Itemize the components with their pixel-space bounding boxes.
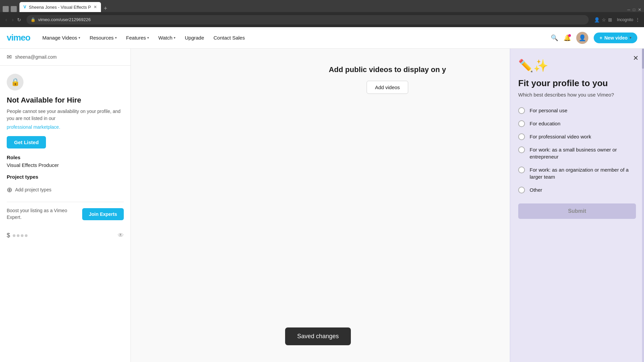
radio-button[interactable]	[518, 187, 525, 193]
project-types-label: Project types	[7, 174, 124, 180]
browser-tab-icon2	[11, 6, 17, 12]
overlay-close-button[interactable]: ✕	[633, 54, 639, 62]
chevron-down-icon: ▾	[78, 36, 80, 40]
browser-actions: 👤 ☆ ⊞ Incognito ⋮	[594, 17, 640, 22]
new-video-button[interactable]: + New video ▾	[594, 33, 637, 43]
lock-icon: 🔒	[31, 17, 36, 22]
browser-control-maximize[interactable]: □	[633, 7, 635, 12]
option-label: Other	[530, 186, 542, 193]
eye-icon[interactable]: 👁	[118, 232, 124, 239]
plus-icon: +	[600, 35, 602, 41]
overlay-title: Fit your profile to you	[518, 78, 636, 88]
email-text: sheena@gmail.com	[15, 54, 57, 60]
notifications-button[interactable]: 🔔	[564, 34, 571, 42]
left-panel: ✉ sheena@gmail.com 🔒 Not Available for H…	[0, 49, 131, 362]
search-button[interactable]: 🔍	[551, 34, 558, 42]
add-videos-button[interactable]: Add videos	[367, 81, 408, 94]
nav-item-contact-sales[interactable]: Contact Sales	[210, 32, 249, 43]
hidden-value-dots	[13, 234, 28, 237]
add-circle-icon: ⊕	[7, 186, 12, 194]
chevron-down-icon: ▾	[147, 36, 149, 40]
browser-control-minimize[interactable]: ─	[627, 7, 630, 12]
magic-wand-icon: ✏️✨	[518, 59, 636, 73]
boost-row: Boost your listing as a Vimeo Expert. Jo…	[7, 207, 124, 221]
forward-button[interactable]: ›	[10, 16, 15, 23]
incognito-label: Incognito	[617, 17, 633, 22]
nav-item-resources[interactable]: Resources ▾	[86, 32, 121, 43]
project-types-section: Project types ⊕ Add project types	[7, 174, 124, 196]
option-education[interactable]: For education	[518, 120, 636, 127]
notification-badge	[568, 34, 571, 37]
chevron-down-icon: ▾	[630, 36, 631, 40]
nav-item-watch[interactable]: Watch ▾	[154, 32, 179, 43]
option-small-business[interactable]: For work: as a small business owner or e…	[518, 146, 636, 160]
hire-icon: 🔒	[7, 74, 23, 90]
browser-control-close[interactable]: ✕	[638, 7, 641, 12]
tab-title: Sheena Jones - Visual Effects P	[29, 5, 91, 10]
extensions-button[interactable]: ⊞	[608, 17, 612, 22]
page-body: ✉ sheena@gmail.com 🔒 Not Available for H…	[0, 49, 644, 362]
user-avatar[interactable]: 👤	[576, 32, 588, 44]
add-videos-section: Add public videos to display on y Add vi…	[329, 65, 446, 94]
roles-label: Roles	[7, 155, 124, 160]
email-row: ✉ sheena@gmail.com	[0, 49, 130, 66]
email-icon: ✉	[7, 53, 12, 61]
vimeo-logo: vimeo	[7, 33, 30, 43]
nav-items: Manage Videos ▾ Resources ▾ Features ▾ W…	[38, 32, 550, 43]
option-personal-use[interactable]: For personal use	[518, 107, 636, 114]
option-label: For personal use	[530, 107, 568, 114]
option-organization[interactable]: For work: as an organization or member o…	[518, 166, 636, 180]
new-tab-button[interactable]: +	[101, 5, 110, 12]
back-button[interactable]: ‹	[4, 16, 8, 23]
profile-fit-overlay: ✕ ✏️✨ Fit your profile to you Which best…	[510, 49, 644, 362]
option-label: For education	[530, 120, 560, 127]
option-other[interactable]: Other	[518, 186, 636, 193]
radio-button[interactable]	[518, 167, 525, 173]
option-label: For professional video work	[530, 133, 591, 140]
address-bar[interactable]: 🔒 vimeo.com/user212969226	[26, 15, 589, 24]
boost-text: Boost your listing as a Vimeo Expert.	[7, 207, 77, 221]
add-videos-text: Add public videos to display on y	[329, 65, 446, 74]
incognito-icon: 👤	[594, 17, 600, 22]
star-button[interactable]: ☆	[602, 17, 606, 22]
get-listed-button[interactable]: Get Listed	[7, 136, 46, 148]
vimeo-favicon: V	[23, 5, 26, 9]
radio-button[interactable]	[518, 133, 525, 140]
url-text: vimeo.com/user212969226	[38, 17, 91, 22]
tab-close-button[interactable]: ✕	[94, 5, 97, 9]
add-project-types-row[interactable]: ⊕ Add project types	[7, 183, 124, 196]
usage-options: For personal use For education For profe…	[510, 107, 644, 193]
nav-item-manage-videos[interactable]: Manage Videos ▾	[38, 32, 84, 43]
radio-button[interactable]	[518, 146, 525, 153]
nav-item-upgrade[interactable]: Upgrade	[181, 32, 208, 43]
vimeo-nav: vimeo Manage Videos ▾ Resources ▾ Featur…	[0, 27, 644, 49]
submit-button[interactable]: Submit	[518, 203, 636, 219]
radio-button[interactable]	[518, 120, 525, 127]
hire-description: People cannot see your availability on y…	[7, 108, 124, 122]
overlay-subtitle: Which best describes how you use Vimeo?	[518, 91, 636, 99]
browser-chrome: ‹ › ↻ 🔒 vimeo.com/user212969226 👤 ☆ ⊞ In…	[0, 12, 644, 27]
divider	[7, 202, 124, 202]
nav-item-features[interactable]: Features ▾	[122, 32, 153, 43]
hire-section: 🔒 Not Available for Hire People cannot s…	[0, 66, 130, 250]
option-label: For work: as an organization or member o…	[530, 166, 636, 180]
add-project-types-text: Add project types	[15, 187, 51, 192]
refresh-button[interactable]: ↻	[17, 17, 21, 22]
chevron-down-icon: ▾	[174, 36, 175, 40]
roles-value: Visual Effects Producer	[7, 162, 124, 168]
active-browser-tab[interactable]: V Sheena Jones - Visual Effects P ✕	[19, 2, 101, 12]
browser-tab-icon	[3, 6, 9, 12]
option-professional[interactable]: For professional video work	[518, 133, 636, 140]
scrollbar-thumb	[642, 49, 644, 69]
chevron-down-icon: ▾	[115, 36, 117, 40]
option-label: For work: as a small business owner or e…	[530, 146, 636, 160]
radio-button[interactable]	[518, 107, 525, 114]
join-experts-button[interactable]: Join Experts	[82, 208, 124, 220]
scrollbar[interactable]	[642, 49, 644, 362]
marketplace-link[interactable]: professional marketplace.	[7, 124, 60, 130]
dollar-icon: $	[7, 232, 10, 239]
browser-controls: ‹ › ↻	[4, 16, 21, 23]
more-options-button[interactable]: ⋮	[635, 17, 640, 22]
browser-tab-bar: V Sheena Jones - Visual Effects P ✕ + ─ …	[0, 0, 644, 12]
dollar-row: $ 👁	[7, 229, 124, 242]
